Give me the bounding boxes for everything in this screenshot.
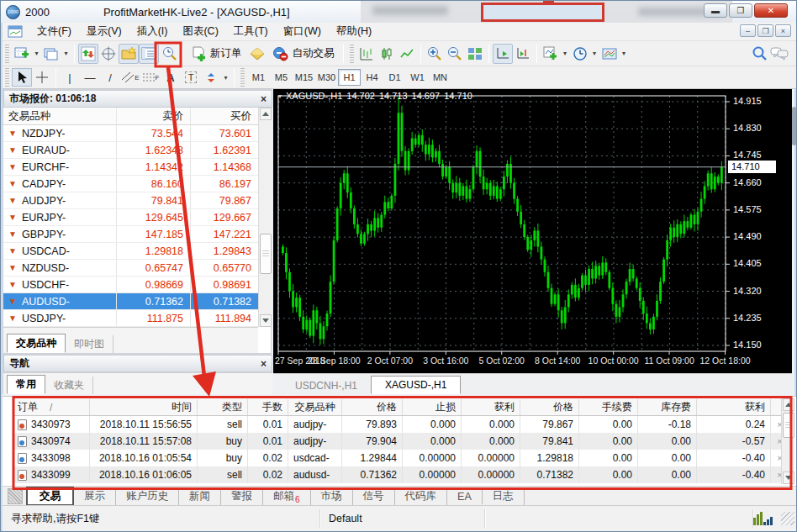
new-order-button[interactable]: 新订单: [187, 44, 247, 64]
toolbar-grip[interactable]: [350, 45, 354, 63]
auto-scroll-button[interactable]: [493, 44, 513, 64]
scrollbar-thumb[interactable]: [783, 413, 794, 438]
column-4[interactable]: 交易品种: [288, 399, 342, 415]
chart-dropdown-icon[interactable]: ▾: [278, 92, 282, 100]
menu-item-3[interactable]: 图表(C): [175, 23, 225, 40]
column-bid[interactable]: 卖价: [117, 108, 191, 124]
order-row[interactable]: 34309742018.10.11 15:57:08buy0.01audjpy-…: [13, 433, 789, 450]
indicators-button[interactable]: [541, 44, 561, 64]
profiles-button[interactable]: [41, 44, 61, 64]
column-7[interactable]: 获利: [462, 399, 520, 415]
terminal-tab-新闻[interactable]: 新闻: [179, 487, 221, 505]
metaeditor-button[interactable]: [247, 44, 267, 64]
trendline-button[interactable]: /: [100, 68, 120, 87]
column-symbol[interactable]: 交易品种: [3, 108, 117, 124]
column-6[interactable]: 止损: [403, 399, 462, 415]
chart-scrollbar-thumb[interactable]: [792, 107, 796, 145]
terminal-tab-邮箱[interactable]: 邮箱6: [263, 487, 311, 505]
market-watch-row[interactable]: ▼USDCHF-0.986690.98691: [3, 277, 258, 293]
terminal-tab-代码库[interactable]: 代码库: [395, 487, 448, 505]
bar-chart-button[interactable]: [356, 44, 377, 64]
timeframe-h4[interactable]: H4: [361, 69, 383, 86]
terminal-tab-信号[interactable]: 信号: [353, 487, 395, 505]
terminal-tab-市场[interactable]: 市场: [311, 487, 353, 505]
data-window-button[interactable]: [98, 44, 119, 64]
tile-windows-button[interactable]: [465, 44, 485, 64]
scrollbar-thumb[interactable]: [260, 234, 272, 274]
time-scale[interactable]: 27 Sep 201828 Sep 18:002 Oct 07:003 Oct …: [273, 356, 792, 369]
horizontal-line-button[interactable]: —: [80, 68, 100, 87]
order-row[interactable]: 34309732018.10.11 15:56:55sell0.01audjpy…: [13, 416, 789, 433]
tab-交易品种[interactable]: 交易品种: [7, 334, 66, 353]
templates-button[interactable]: [599, 44, 620, 64]
minimize-button[interactable]: ▬: [704, 3, 727, 18]
timeframe-mn[interactable]: MN: [429, 69, 451, 86]
market-watch-close-icon[interactable]: ×: [261, 93, 267, 105]
column-5[interactable]: 价格: [342, 399, 403, 415]
terminal-tab-EA[interactable]: EA: [447, 489, 483, 504]
chart-tab[interactable]: USDCNH-,H1: [282, 377, 371, 394]
autotrade-button[interactable]: 自动交易: [267, 44, 340, 64]
new-chart-button[interactable]: [12, 44, 32, 64]
column-11[interactable]: 获利: [697, 399, 771, 415]
strategy-tester-button[interactable]: [159, 44, 179, 64]
text-label-button[interactable]: T: [181, 68, 201, 87]
navigator-titlebar[interactable]: 导航 ×: [3, 355, 272, 372]
terminal-tab-交易[interactable]: 交易: [26, 487, 74, 506]
market-watch-row[interactable]: ▼CADJPY-86.16086.197: [3, 176, 258, 192]
tab-常用[interactable]: 常用: [7, 375, 45, 394]
market-watch-scrollbar[interactable]: [258, 108, 272, 327]
templates-dropdown-icon[interactable]: ▾: [620, 44, 629, 64]
column-9[interactable]: 手续费: [579, 399, 638, 415]
chart-area[interactable]: ▾ XAGUSD-,H1 14.702 14.713 14.697 14.710…: [273, 89, 792, 373]
cursor-button[interactable]: [12, 68, 32, 87]
candlestick-chart-button[interactable]: [377, 44, 397, 64]
market-watch-row[interactable]: ▼EURJPY-129.645129.667: [3, 209, 258, 226]
toolbox-grip-icon[interactable]: [8, 488, 23, 504]
column-3[interactable]: 手数: [248, 399, 288, 415]
column-8[interactable]: 价格: [520, 399, 579, 415]
market-watch-column-header[interactable]: 交易品种 卖价 买价: [3, 108, 258, 125]
zoom-in-button[interactable]: [425, 44, 445, 64]
menu-item-6[interactable]: 帮助(H): [329, 23, 379, 40]
periods-dropdown-icon[interactable]: ▾: [590, 44, 599, 64]
candlestick-chart[interactable]: [273, 89, 792, 373]
scroll-up-button[interactable]: [783, 398, 794, 411]
column-1[interactable]: 时间: [90, 399, 198, 415]
tab-即时图[interactable]: 即时图: [66, 335, 113, 353]
child-close-button[interactable]: ×: [775, 24, 791, 37]
terminal-tab-警报[interactable]: 警报: [221, 487, 263, 505]
timeframe-d1[interactable]: D1: [383, 69, 406, 86]
tab-收藏夹[interactable]: 收藏夹: [45, 377, 93, 394]
toolbar-grip[interactable]: [5, 68, 9, 87]
new-chart-dropdown-icon[interactable]: ▾: [32, 44, 41, 64]
market-watch-row[interactable]: ▼AUDUSD-0.713620.71382: [3, 293, 258, 310]
equidistant-channel-button[interactable]: E: [120, 68, 140, 87]
column-10[interactable]: 库存费: [638, 399, 697, 415]
indicators-dropdown-icon[interactable]: ▾: [561, 44, 570, 64]
market-watch-row[interactable]: ▼USDCAD-1.298181.29843: [3, 243, 258, 260]
menu-item-5[interactable]: 窗口(W): [276, 23, 329, 40]
market-watch-row[interactable]: ▼USDJPY-111.875111.894: [3, 310, 258, 327]
periods-button[interactable]: [570, 44, 590, 64]
scroll-up-button[interactable]: [260, 108, 272, 120]
child-minimize-button[interactable]: –: [740, 24, 756, 37]
zoom-out-button[interactable]: [445, 44, 465, 64]
market-watch-row[interactable]: ▼GBPJPY-147.185147.221: [3, 226, 258, 243]
child-restore-button[interactable]: ❒: [757, 24, 773, 37]
crosshair-button[interactable]: [32, 68, 52, 87]
community-chat-icon[interactable]: [769, 44, 789, 64]
restore-button[interactable]: ❒: [729, 3, 752, 18]
order-row[interactable]: 34330992018.10.16 01:06:05sell0.02audusd…: [13, 466, 789, 483]
navigator-close-icon[interactable]: ×: [261, 358, 267, 370]
market-watch-row[interactable]: ▼EURAUD-1.623481.62391: [3, 142, 258, 159]
profiles-dropdown-icon[interactable]: ▾: [61, 44, 71, 64]
timeframe-m5[interactable]: M5: [270, 69, 293, 86]
menu-item-2[interactable]: 插入(I): [129, 23, 176, 40]
timeframe-m1[interactable]: M1: [247, 69, 270, 86]
market-watch-row[interactable]: ▼AUDJPY-79.84179.867: [3, 192, 258, 209]
column-ask[interactable]: 买价: [191, 108, 256, 124]
terminal-table-header[interactable]: 订单 /时间类型手数交易品种价格止损获利价格手续费库存费获利: [13, 399, 789, 416]
resize-grip[interactable]: [781, 512, 794, 525]
scroll-down-button[interactable]: [783, 471, 794, 484]
